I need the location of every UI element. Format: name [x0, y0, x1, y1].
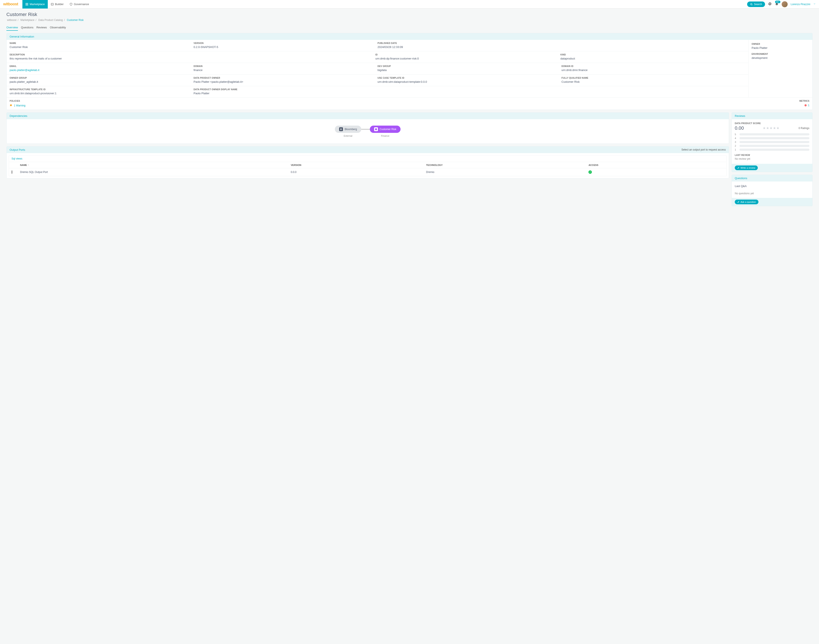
ports-table-row[interactable]: Dremio SQL Output Port 0.0.0 Dremio ✓ — [9, 168, 727, 176]
policies-metrics-row: POLICIES 1 Warning METRICS 1 — [7, 97, 812, 110]
rating-1-bar — [739, 149, 810, 151]
port-tech: Dremio — [426, 170, 589, 173]
notifications-button[interactable]: 99+ — [775, 2, 779, 6]
label-published: PUBLISHED DATE — [377, 42, 557, 44]
tab-questions[interactable]: Questions — [21, 25, 34, 31]
dep-node2-label: Customer Risk — [380, 128, 396, 131]
nav-marketplace[interactable]: Marketplace — [22, 0, 48, 9]
svg-rect-3 — [27, 5, 28, 5]
rating-4-label: 4 — [735, 137, 737, 140]
value-domain: finance — [194, 68, 373, 72]
label-dpodn: DATA PRODUCT OWNER DISPLAY NAME — [194, 88, 373, 90]
ask-question-button[interactable]: Ask a question — [735, 199, 758, 204]
rating-5-label: 5 — [735, 133, 737, 136]
crumb-root[interactable]: witboost — [7, 18, 17, 21]
flag-icon — [9, 104, 12, 107]
value-email[interactable]: paolo.platter@agilelab.it — [9, 68, 189, 72]
label-metrics: METRICS — [799, 100, 810, 102]
policies-warning-text: 1 Warning — [14, 104, 25, 107]
label-infra: INFRASTRUCTURE TEMPLATE ID — [9, 88, 189, 90]
radio-icon[interactable] — [12, 170, 12, 174]
col-version-header[interactable]: VERSION — [291, 164, 426, 166]
general-info-card: General Information NAMECustomer Risk VE… — [6, 33, 813, 110]
score-label: DATA PRODUCT SCORE — [735, 122, 810, 124]
crumb-catalog[interactable]: Data Product Catalog — [38, 18, 63, 21]
shield-icon — [69, 3, 72, 6]
value-dpo: Paolo Platter <paolo.platter@agilelab.it… — [194, 80, 373, 84]
write-review-label: Write a review — [741, 167, 755, 169]
check-icon: ✓ — [589, 170, 592, 174]
rating-4-bar — [739, 137, 810, 139]
nav-marketplace-label: Marketplace — [30, 3, 45, 6]
col-name-header[interactable]: NAME ↑ — [20, 164, 291, 166]
value-domainid: urn:dmb:dmn:finance — [561, 68, 741, 72]
value-ownergroup: paolo.platter_agilelab.it — [9, 80, 189, 84]
value-published: 2024/03/28 12:33:09 — [377, 45, 557, 49]
output-ports-card: Output Ports Select an output port to re… — [6, 146, 729, 178]
nav-builder-label: Builder — [55, 3, 64, 6]
page-title: Customer Risk — [6, 12, 813, 17]
tab-reviews[interactable]: Reviews — [37, 25, 47, 31]
gear-icon — [768, 2, 772, 6]
value-id: urn:dmb:dp:finance:customer-risk:0 — [376, 57, 556, 61]
metrics-count[interactable]: 1 — [805, 104, 810, 107]
settings-button[interactable] — [768, 2, 772, 6]
rating-2-label: 2 — [735, 144, 737, 147]
username[interactable]: Lorenzo Pirazzini — [791, 3, 810, 6]
top-nav: Marketplace Builder Governance — [22, 0, 92, 9]
ratings-count: 0 Ratings — [799, 127, 810, 130]
crumb-marketplace[interactable]: Marketplace — [20, 18, 34, 21]
metrics-count-text: 1 — [808, 104, 810, 107]
svg-rect-1 — [27, 3, 28, 4]
tab-observability[interactable]: Observability — [50, 25, 66, 31]
col-tech-header[interactable]: TECHNOLOGY — [426, 164, 589, 166]
rating-1-label: 1 — [735, 149, 737, 151]
dep-node-bloomberg[interactable]: ▤ Bloomberg External — [335, 126, 361, 137]
logo: witboost — [3, 2, 18, 6]
label-env: ENVIRONMENT — [752, 53, 810, 55]
reviews-header: Reviews — [732, 113, 812, 119]
chevron-down-icon[interactable] — [813, 3, 816, 6]
dep-node1-sub: External — [344, 135, 352, 137]
nav-governance-label: Governance — [74, 3, 89, 6]
write-review-button[interactable]: Write a review — [735, 166, 758, 170]
search-icon — [750, 3, 753, 6]
header-right: Search 99+ Lorenzo Pirazzini — [747, 1, 816, 7]
output-ports-header: Output Ports Select an output port to re… — [7, 147, 729, 153]
dot-red-icon — [805, 104, 807, 106]
last-review-label: LAST REVIEW — [735, 154, 810, 156]
svg-rect-2 — [26, 5, 27, 5]
rating-2-bar — [739, 145, 810, 147]
label-name: NAME — [9, 42, 189, 44]
nav-builder[interactable]: Builder — [48, 0, 66, 9]
code-icon — [51, 3, 54, 6]
tab-overview[interactable]: Overview — [6, 25, 18, 31]
label-owner: OWNER — [752, 43, 810, 45]
reviews-footer: Write a review — [732, 164, 812, 172]
questions-card: Questions Last Q&A No questions yet Ask … — [732, 175, 813, 206]
search-label: Search — [754, 3, 762, 6]
hexagon-icon — [374, 127, 378, 131]
last-qa-label: Last Q&A — [735, 184, 810, 188]
dep-node-customer-risk[interactable]: Customer Risk Finance — [370, 126, 401, 137]
sort-arrow-icon: ↑ — [28, 164, 29, 166]
page: Customer Risk witboost/ Marketplace/ Dat… — [0, 9, 819, 212]
label-email: EMAIL — [9, 65, 189, 67]
stars-icon: ★★★★★ — [763, 126, 780, 130]
dep-node1-label: Bloomberg — [345, 128, 357, 131]
svg-point-5 — [750, 3, 752, 5]
policies-warning[interactable]: 1 Warning — [9, 104, 25, 107]
avatar[interactable] — [782, 1, 788, 7]
search-button[interactable]: Search — [747, 2, 765, 7]
port-version: 0.0.0 — [291, 170, 426, 173]
label-domainid: DOMAIN ID — [561, 65, 741, 67]
value-description: this represents the risk traits of a cus… — [9, 57, 371, 61]
label-policies: POLICIES — [9, 100, 25, 102]
label-devgroup: DEV GROUP — [377, 65, 557, 67]
notification-badge: 99+ — [775, 1, 781, 3]
label-id: ID — [376, 54, 556, 56]
port-name: Dremio SQL Output Port — [20, 170, 291, 173]
output-ports-title: Output Ports — [9, 148, 25, 152]
col-access-header[interactable]: ACCESS — [589, 164, 724, 166]
nav-governance[interactable]: Governance — [66, 0, 92, 9]
